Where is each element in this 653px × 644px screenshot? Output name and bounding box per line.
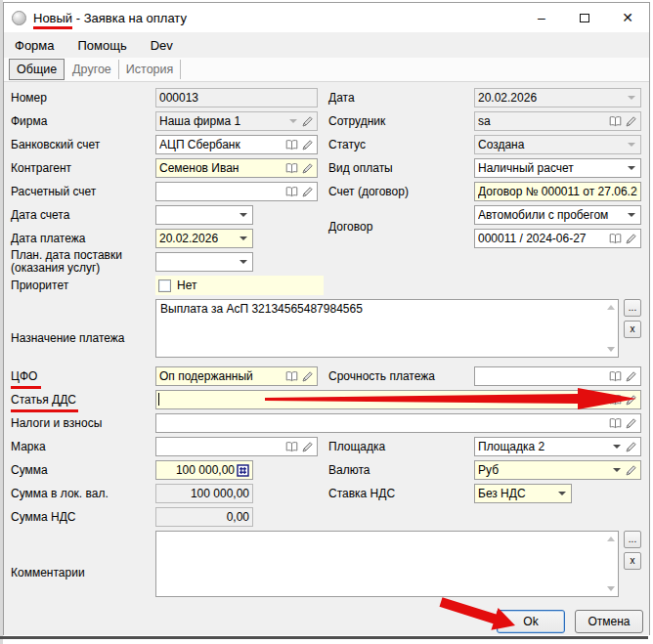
kommentarii-textarea[interactable] xyxy=(155,531,619,597)
book-icon[interactable] xyxy=(285,139,298,151)
cfo-field[interactable]: Оп подержанный xyxy=(155,366,318,386)
tab-drugoe[interactable]: Другое xyxy=(65,60,119,79)
menu-item-pomoshch[interactable]: Помощь xyxy=(78,38,127,53)
label-stavka-nds: Ставка НДС xyxy=(328,487,395,500)
vid-oplaty-field[interactable]: Наличный расчет xyxy=(474,158,641,178)
pencil-icon[interactable] xyxy=(625,115,637,128)
book-icon[interactable] xyxy=(285,162,298,175)
ploshchadka-field[interactable]: Площадка 2 xyxy=(474,437,641,456)
rasch-schet-field[interactable] xyxy=(155,182,318,201)
pencil-icon[interactable] xyxy=(625,464,637,477)
label-srochnost: Срочность платежа xyxy=(328,369,435,383)
chevron-down-icon[interactable] xyxy=(628,166,635,170)
pencil-icon[interactable] xyxy=(301,115,314,128)
srochnost-field[interactable] xyxy=(474,366,641,386)
naznachenie-textarea[interactable]: Выплата за АсП 32134565487984565 xyxy=(155,299,619,358)
chevron-down-icon xyxy=(289,119,297,123)
book-icon[interactable] xyxy=(609,417,622,430)
kommentarii-clear-button[interactable]: x xyxy=(624,552,641,570)
pencil-icon[interactable] xyxy=(625,394,637,407)
scroll-up-icon[interactable] xyxy=(607,537,615,541)
summa-field[interactable]: 100 000,00 xyxy=(155,460,253,480)
stavka-nds-field[interactable]: Без НДС xyxy=(474,484,572,503)
pencil-icon[interactable] xyxy=(301,139,314,151)
label-status: Статус xyxy=(328,138,366,151)
label-valyuta: Валюта xyxy=(328,463,370,477)
dogovor-number-field[interactable]: 000011 / 2024-06-27 xyxy=(474,229,641,248)
scroll-up-icon[interactable] xyxy=(607,305,615,310)
chevron-down-icon[interactable] xyxy=(558,492,566,495)
label-summa: Сумма xyxy=(11,463,48,477)
nomer-field[interactable]: 000013 xyxy=(155,88,318,107)
data-scheta-field[interactable] xyxy=(155,205,253,225)
status-field[interactable]: Создана xyxy=(474,135,641,154)
tab-obshchie[interactable]: Общие xyxy=(9,59,65,80)
chevron-down-icon[interactable] xyxy=(239,213,247,217)
pencil-icon[interactable] xyxy=(625,441,637,453)
nalogi-field[interactable] xyxy=(155,413,641,433)
pencil-icon[interactable] xyxy=(625,233,637,245)
chevron-down-icon[interactable] xyxy=(628,213,635,217)
tab-bar: Общие Другое История xyxy=(4,58,649,82)
sotrudnik-field[interactable]: sa xyxy=(474,111,641,131)
pencil-icon[interactable] xyxy=(301,162,314,175)
label-kommentarii: Комментарии xyxy=(11,566,85,580)
title-new-word: Новый xyxy=(33,11,72,29)
bank-schet-field[interactable]: АЦП Сбербанк xyxy=(155,135,318,154)
valyuta-field[interactable]: Руб xyxy=(474,460,641,480)
pencil-icon[interactable] xyxy=(301,441,314,453)
data-platezha-field[interactable]: 20.02.2026 xyxy=(155,229,253,248)
chevron-down-icon[interactable] xyxy=(239,236,247,240)
label-nomer: Номер xyxy=(11,91,47,105)
book-icon[interactable] xyxy=(609,370,622,383)
summa-nds-field[interactable]: 0,00 xyxy=(155,507,253,527)
firma-field[interactable]: Наша фирма 1 xyxy=(155,111,318,131)
pencil-icon[interactable] xyxy=(625,370,637,383)
book-icon[interactable] xyxy=(285,370,298,383)
label-data-scheta: Дата счета xyxy=(11,208,69,222)
book-icon[interactable] xyxy=(285,186,298,198)
chevron-down-icon[interactable] xyxy=(239,260,247,264)
prioritet-checkbox[interactable] xyxy=(158,279,171,292)
dogovor-type-field[interactable]: Автомобили с пробегом xyxy=(474,205,641,225)
close-button[interactable]: ✕ xyxy=(606,3,649,32)
calculator-icon[interactable] xyxy=(237,464,249,477)
payment-request-dialog: Новый - Заявка на оплату – ✕ Форма Помощ… xyxy=(3,2,650,635)
data-field[interactable]: 20.02.2026 xyxy=(474,88,641,107)
book-icon[interactable] xyxy=(609,115,622,128)
maximize-button[interactable] xyxy=(563,3,606,32)
plan-data-field[interactable] xyxy=(155,252,253,272)
book-icon[interactable] xyxy=(285,441,298,453)
prioritet-checkbox-label: Нет xyxy=(177,279,196,292)
chevron-down-icon[interactable] xyxy=(613,445,621,449)
cancel-button[interactable]: Отмена xyxy=(575,610,643,633)
prioritet-checkbox-row[interactable]: Нет xyxy=(155,276,324,295)
chevron-down-icon[interactable] xyxy=(613,468,621,472)
naznachenie-clear-button[interactable]: x xyxy=(624,321,641,338)
marka-field[interactable] xyxy=(155,437,318,456)
schet-dogovor-field[interactable]: Договор № 000011 от 27.06.202 xyxy=(474,182,641,201)
scroll-down-icon[interactable] xyxy=(607,347,615,352)
ok-button[interactable]: Ok xyxy=(497,610,565,633)
label-nalogi: Налоги и взносы xyxy=(11,416,102,430)
pencil-icon[interactable] xyxy=(301,370,314,383)
annotation-underline-cfo xyxy=(11,386,41,389)
pencil-icon[interactable] xyxy=(625,417,637,430)
label-schet-dogovor: Счет (договор) xyxy=(328,185,409,198)
tab-istoriya[interactable]: История xyxy=(119,60,181,79)
menu-item-forma[interactable]: Форма xyxy=(15,38,55,53)
scroll-down-icon[interactable] xyxy=(607,586,615,591)
app-icon xyxy=(12,11,26,25)
statya-dds-field[interactable] xyxy=(155,390,641,409)
chevron-down-icon xyxy=(628,96,635,100)
kommentarii-more-button[interactable]: ... xyxy=(624,531,641,548)
pencil-icon[interactable] xyxy=(301,186,314,198)
menu-item-dev[interactable]: Dev xyxy=(151,38,173,53)
book-icon[interactable] xyxy=(609,233,622,245)
label-statya-dds: Статья ДДС xyxy=(11,393,76,407)
kontragent-field[interactable]: Семенов Иван xyxy=(155,158,318,178)
summa-lok-field[interactable]: 100 000,00 xyxy=(155,484,253,503)
minimize-button[interactable]: – xyxy=(520,3,563,32)
book-icon[interactable] xyxy=(609,394,622,407)
naznachenie-more-button[interactable]: ... xyxy=(624,299,641,317)
